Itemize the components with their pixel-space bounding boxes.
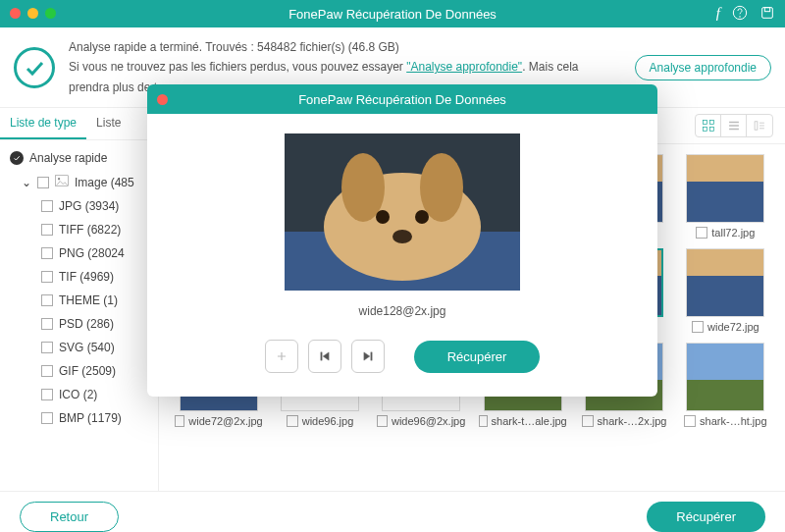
- tree-item[interactable]: BMP (1179): [0, 406, 158, 430]
- deep-scan-button[interactable]: Analyse approfondie: [635, 55, 771, 80]
- svg-point-22: [376, 210, 390, 224]
- back-button[interactable]: Retour: [20, 502, 119, 532]
- help-icon[interactable]: [732, 5, 748, 24]
- svg-rect-2: [762, 8, 773, 19]
- next-button[interactable]: [351, 340, 385, 373]
- maximize-window-icon[interactable]: [45, 8, 56, 19]
- tree-item[interactable]: TIF (4969): [0, 265, 158, 289]
- svg-marker-26: [323, 352, 329, 360]
- svg-point-24: [392, 230, 412, 243]
- facebook-icon[interactable]: f: [716, 5, 720, 24]
- svg-rect-3: [764, 8, 769, 12]
- svg-point-20: [341, 153, 385, 222]
- grid-cell[interactable]: wide72.jpg: [680, 248, 771, 333]
- svg-rect-27: [371, 352, 372, 360]
- preview-filename: wide128@2x.jpg: [359, 304, 446, 318]
- tree-group-image[interactable]: ⌄ Image (485: [0, 170, 158, 194]
- svg-rect-7: [709, 121, 713, 125]
- svg-point-21: [420, 153, 463, 222]
- tree-item[interactable]: JPG (3934): [0, 194, 158, 218]
- success-check-icon: [14, 47, 55, 88]
- recover-button[interactable]: Récupérer: [647, 502, 765, 532]
- deep-scan-link[interactable]: "Analyse approfondie": [406, 60, 522, 74]
- tree-item[interactable]: GIF (2509): [0, 359, 158, 383]
- svg-point-1: [740, 17, 741, 18]
- tab-type-list[interactable]: Liste de type: [0, 108, 86, 139]
- detail-view-icon[interactable]: [747, 115, 772, 136]
- close-window-icon[interactable]: [10, 8, 21, 19]
- file-type-tree: Analyse rapide ⌄ Image (485 JPG (3934) T…: [0, 140, 158, 436]
- svg-rect-25: [321, 352, 322, 360]
- fullscreen-button[interactable]: [265, 340, 298, 373]
- modal-title: FonePaw Récupération De Données: [298, 92, 506, 107]
- svg-point-5: [58, 178, 60, 180]
- grid-view-icon[interactable]: [696, 115, 721, 136]
- svg-marker-28: [364, 352, 370, 360]
- tree-root[interactable]: Analyse rapide: [0, 146, 158, 170]
- save-icon[interactable]: [759, 5, 775, 24]
- preview-modal: FonePaw Récupération De Données wide128@…: [147, 84, 657, 397]
- tree-item[interactable]: TIFF (6822): [0, 218, 158, 241]
- preview-image: [285, 133, 520, 291]
- sidebar: Liste de type Liste Analyse rapide ⌄ Ima…: [0, 108, 159, 491]
- tree-item[interactable]: PSD (286): [0, 312, 158, 336]
- minimize-window-icon[interactable]: [27, 8, 38, 19]
- view-switch[interactable]: [695, 114, 773, 137]
- list-view-icon[interactable]: [721, 115, 747, 136]
- footer: Retour Récupérer: [0, 491, 785, 532]
- app-title: FonePaw Récupération De Données: [288, 7, 497, 22]
- summary-line1: Analyse rapide a terminé. Trouvés : 5484…: [69, 37, 621, 57]
- image-icon: [55, 175, 69, 189]
- svg-rect-13: [755, 122, 758, 130]
- grid-cell[interactable]: shark-…ht.jpg: [680, 343, 771, 427]
- tab-path-list[interactable]: Liste: [86, 108, 131, 139]
- modal-recover-button[interactable]: Récupérer: [414, 341, 541, 373]
- svg-rect-8: [703, 128, 706, 132]
- grid-cell[interactable]: tall72.jpg: [680, 154, 771, 239]
- modal-close-icon[interactable]: [157, 94, 168, 105]
- chevron-down-icon[interactable]: ⌄: [22, 176, 31, 189]
- prev-button[interactable]: [308, 340, 341, 373]
- tree-item[interactable]: SVG (540): [0, 336, 158, 359]
- tree-item[interactable]: THEME (1): [0, 289, 158, 312]
- svg-rect-6: [703, 121, 706, 125]
- checkbox[interactable]: [37, 177, 49, 188]
- tree-item[interactable]: ICO (2): [0, 383, 158, 406]
- tree-item[interactable]: PNG (28024: [0, 241, 158, 265]
- svg-point-23: [415, 210, 429, 224]
- svg-rect-9: [709, 128, 713, 132]
- window-titlebar: FonePaw Récupération De Données f: [0, 0, 785, 27]
